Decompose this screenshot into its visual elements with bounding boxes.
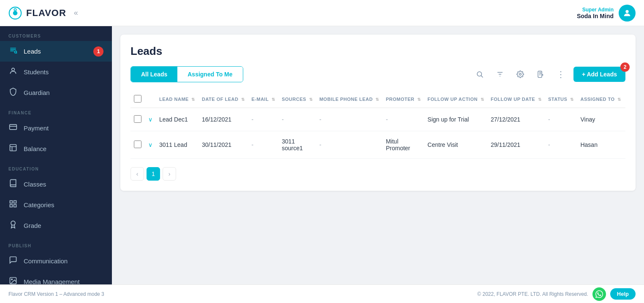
- tabs-group: All LeadsAssigned To Me: [130, 66, 243, 82]
- cell-email-0: -: [248, 108, 278, 131]
- whatsapp-button[interactable]: [592, 287, 606, 301]
- toolbar-actions: ⋮ + Add Leads 2: [472, 67, 625, 82]
- leads-card: Leads All LeadsAssigned To Me: [120, 35, 636, 191]
- add-leads-label: + Add Leads: [582, 71, 617, 78]
- categories-icon: [8, 200, 18, 210]
- gear-icon: [516, 70, 524, 78]
- sidebar-item-students[interactable]: Students: [0, 62, 112, 82]
- col-assigned-to: ASSIGNED TO ⇅: [577, 91, 624, 108]
- search-icon: [476, 70, 484, 78]
- sort-icon: ⇅: [538, 97, 542, 102]
- col-promoter: PROMOTER ⇅: [383, 91, 424, 108]
- tab-all-leads[interactable]: All Leads: [131, 67, 177, 82]
- export-button[interactable]: [533, 67, 548, 82]
- cell-date-0: 16/12/2021: [198, 108, 248, 131]
- sidebar-label-categories: Categories: [24, 201, 103, 208]
- main-content: Leads All LeadsAssigned To Me: [112, 26, 644, 284]
- leads-icon: [8, 46, 18, 57]
- whatsapp-icon: [595, 290, 603, 298]
- pagination-prev[interactable]: ‹: [130, 167, 144, 181]
- sort-icon: ⇅: [617, 97, 621, 102]
- sidebar-item-categories[interactable]: Categories: [0, 195, 112, 215]
- row-checkbox-1[interactable]: [134, 141, 141, 148]
- sidebar-label-payment: Payment: [24, 124, 103, 132]
- more-options-button[interactable]: ⋮: [553, 67, 568, 82]
- row-expand-0[interactable]: ∨: [148, 116, 152, 123]
- cell-follow-up-date-1: 29/11/2021: [487, 131, 545, 159]
- sidebar-item-media-management[interactable]: Media Management: [0, 271, 112, 284]
- table-header: LEAD NAME ⇅ DATE OF LEAD ⇅ E-MAIL ⇅ SOUR…: [130, 91, 625, 108]
- pagination-page-1[interactable]: 1: [147, 167, 160, 181]
- classes-icon: [8, 179, 18, 189]
- user-name: Soda In Mind: [577, 13, 614, 19]
- sidebar-item-payment[interactable]: Payment: [0, 118, 112, 138]
- cell-date-1: 30/11/2021: [198, 131, 248, 159]
- cell-mobile-1: -: [316, 131, 383, 159]
- col-actions: ···: [625, 91, 625, 108]
- col-lead-name: LEAD NAME ⇅: [156, 91, 198, 108]
- sidebar-item-leads[interactable]: Leads1: [0, 41, 112, 62]
- sidebar-label-guardian: Guardian: [24, 89, 103, 96]
- cell-lead-name-1: 3011 Lead: [156, 131, 198, 159]
- cell-sources-0: -: [278, 108, 316, 131]
- filter-button[interactable]: [492, 67, 508, 82]
- sidebar-label-classes: Classes: [24, 181, 103, 188]
- top-header: FLAVOR « Super Admin Soda In Mind: [0, 0, 644, 26]
- pagination-next[interactable]: ›: [163, 167, 176, 181]
- table-row: ∨ Lead Dec1 16/12/2021 - - - - Sign up f…: [130, 108, 625, 131]
- select-all-checkbox[interactable]: [134, 95, 141, 103]
- user-avatar-icon: [622, 8, 632, 18]
- sort-icon: ⇅: [272, 97, 275, 102]
- tab-assigned-to-me[interactable]: Assigned To Me: [177, 67, 242, 82]
- row-expand-1[interactable]: ∨: [148, 141, 152, 148]
- balance-icon: [8, 143, 18, 154]
- sidebar-item-guardian[interactable]: Guardian: [0, 82, 112, 103]
- add-leads-button[interactable]: + Add Leads 2: [573, 67, 625, 82]
- sidebar-item-balance[interactable]: Balance: [0, 138, 112, 159]
- cell-assigned-to-1: Hasan: [577, 131, 624, 159]
- tabs-toolbar: All LeadsAssigned To Me: [130, 66, 625, 82]
- user-avatar[interactable]: [619, 5, 636, 22]
- sidebar-collapse-button[interactable]: «: [74, 8, 78, 17]
- cell-follow-up-action-0: Sign up for Trial: [424, 108, 487, 131]
- guardian-icon: [8, 87, 18, 98]
- svg-point-4: [14, 51, 16, 53]
- sidebar-label-communication: Communication: [24, 257, 103, 265]
- table-row: ∨ 3011 Lead 30/11/2021 - 3011 source1 - …: [130, 131, 625, 159]
- col-status: STATUS ⇅: [545, 91, 577, 108]
- sidebar-label-students: Students: [24, 68, 103, 76]
- search-button[interactable]: [472, 67, 487, 82]
- cell-mobile-0: -: [316, 108, 383, 131]
- flavor-logo-icon: [8, 6, 22, 20]
- sidebar-label-media-management: Media Management: [24, 278, 103, 284]
- row-checkbox-0[interactable]: [134, 115, 141, 123]
- svg-point-13: [11, 221, 15, 225]
- user-area: Super Admin Soda In Mind: [577, 5, 636, 22]
- sidebar-label-grade: Grade: [24, 222, 103, 229]
- sidebar-item-grade[interactable]: Grade: [0, 215, 112, 236]
- sidebar-item-classes[interactable]: Classes: [0, 174, 112, 195]
- user-info: Super Admin Soda In Mind: [577, 7, 614, 19]
- svg-rect-12: [14, 205, 16, 207]
- col-date-of-lead: DATE OF LEAD ⇅: [198, 91, 248, 108]
- col-email: E-MAIL ⇅: [248, 91, 278, 108]
- svg-point-3: [625, 10, 628, 13]
- svg-point-1: [13, 11, 18, 15]
- pagination: ‹ 1 ›: [130, 167, 625, 181]
- sort-icon: ⇅: [570, 97, 574, 102]
- cell-promoter-0: -: [383, 108, 424, 131]
- filter-icon: [496, 70, 504, 78]
- settings-button[interactable]: [513, 67, 528, 82]
- leads-table: LEAD NAME ⇅ DATE OF LEAD ⇅ E-MAIL ⇅ SOUR…: [130, 91, 625, 159]
- svg-rect-9: [10, 201, 13, 203]
- document-icon: [537, 70, 544, 78]
- sidebar-section-customers: CUSTOMERS: [0, 26, 112, 41]
- sidebar-section-education: EDUCATION: [0, 159, 112, 174]
- help-button[interactable]: Help: [610, 288, 636, 300]
- footer-version: Flavor CRM Version 1 – Advanced mode 3: [8, 291, 104, 297]
- sidebar-item-communication[interactable]: Communication: [0, 251, 112, 271]
- svg-point-2: [14, 8, 16, 11]
- table-body: ∨ Lead Dec1 16/12/2021 - - - - Sign up f…: [130, 108, 625, 159]
- grade-icon: [8, 220, 18, 231]
- cell-follow-up-date-0: 27/12/2021: [487, 108, 545, 131]
